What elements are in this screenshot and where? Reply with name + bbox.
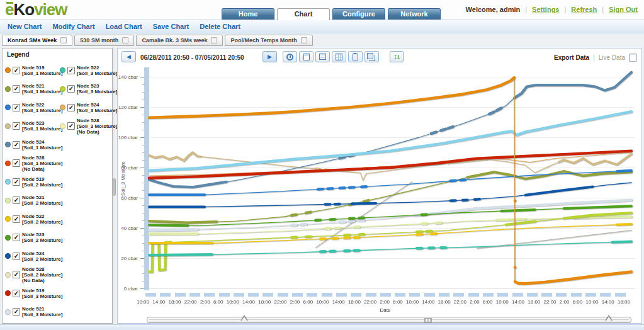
x-tick-label: 14:00 xyxy=(152,299,165,305)
slider-left-handle[interactable] xyxy=(240,315,248,321)
zoom-hour-button[interactable] xyxy=(283,51,297,62)
zoom-year-button[interactable] xyxy=(364,51,379,62)
separator: | xyxy=(564,6,566,13)
export-data-link[interactable]: Export Data xyxy=(554,54,589,61)
zoom-month-button[interactable] xyxy=(332,51,346,62)
autoscale-level: 1 xyxy=(397,55,400,59)
legend-checkbox[interactable]: ✓ xyxy=(13,290,20,297)
legend-item: ✓Node 528[Soil_3 Moisture](No Data) xyxy=(60,117,112,136)
zoom-month-icon xyxy=(336,54,342,60)
chart-tab[interactable]: Camalie Bk. 3 SMs week xyxy=(136,35,223,46)
chart-tab-label: Pool/Mech Temps Month xyxy=(230,37,297,43)
legend-color-dot xyxy=(60,105,65,110)
zoom-week-button[interactable] xyxy=(315,51,330,62)
chart-tab[interactable]: Pool/Mech Temps Month xyxy=(225,35,312,46)
user-link-settings[interactable]: Settings xyxy=(532,6,559,13)
x-tick-label: 2:00 xyxy=(560,299,570,305)
legend-item-label: Node 528[Soil_1 Moisture](No Data) xyxy=(22,155,62,172)
chart-tab-close-icon[interactable] xyxy=(60,37,67,43)
live-data-checkbox[interactable] xyxy=(629,54,637,62)
x-tick-label: 6:00 xyxy=(213,299,223,305)
logo-letters-view: view xyxy=(34,0,67,19)
legend-item: ✓Node 521[Soil_2 Moisture] xyxy=(5,191,59,210)
y-tick-label: 140 cbar xyxy=(118,74,138,80)
logo-letter-e: e xyxy=(5,0,13,19)
legend-color-dot xyxy=(5,290,11,296)
legend-item-label: Node 519[Soil_3 Moisture] xyxy=(22,288,62,299)
tab-network[interactable]: Network xyxy=(388,8,441,20)
delete-chart-link[interactable]: Delete Chart xyxy=(200,23,240,30)
tab-chart[interactable]: Chart xyxy=(277,8,330,20)
legend-color-dot xyxy=(60,67,65,73)
save-chart-link[interactable]: Save Chart xyxy=(153,23,189,30)
legend-checkbox[interactable]: ✓ xyxy=(13,271,20,278)
chart-plot-area[interactable] xyxy=(140,66,635,294)
legend-item: ✓Node 524[Soil_2 Moisture] xyxy=(5,247,59,266)
separator: | xyxy=(525,6,527,13)
legend-item-label: Node 528[Soil_3 Moisture](No Data) xyxy=(77,118,117,135)
tab-configure[interactable]: Configure xyxy=(332,8,385,20)
legend-checkbox[interactable]: ✓ xyxy=(67,104,75,111)
legend-color-dot xyxy=(5,253,11,259)
x-tick-label: 22:00 xyxy=(544,299,556,305)
legend-column-left: ✓Node 519[Soil_1 Moisture]✓Node 521[Soil… xyxy=(5,61,59,321)
slider-grip-handle[interactable] xyxy=(424,318,432,322)
zoom-quarter-button[interactable] xyxy=(348,51,363,62)
x-tick-label: 2:00 xyxy=(200,299,210,305)
logo-letters-ko: Ko xyxy=(13,0,34,19)
user-link-refresh[interactable]: Refresh xyxy=(571,6,597,13)
x-tick-label: 2:00 xyxy=(380,299,390,305)
y-tick-label: 40 cbar xyxy=(121,225,138,231)
legend-checkbox[interactable]: ✓ xyxy=(67,85,75,93)
legend-checkbox[interactable]: ✓ xyxy=(67,67,75,74)
x-tick-label: 14:00 xyxy=(512,299,524,305)
legend-item: ✓Node 523[Soil_3 Moisture] xyxy=(60,80,112,99)
legend-checkbox[interactable]: ✓ xyxy=(13,122,20,130)
zoom-day-icon xyxy=(303,54,310,60)
legend-checkbox[interactable]: ✓ xyxy=(13,253,20,260)
chart-tab-close-icon[interactable] xyxy=(122,37,128,43)
legend-checkbox[interactable]: ✓ xyxy=(13,159,20,167)
legend-scrollbar-handle[interactable] xyxy=(113,178,116,196)
x-tick-label: 6:00 xyxy=(483,299,493,305)
main-nav-tabs: HomeChartConfigureNetwork xyxy=(222,8,441,20)
legend-checkbox[interactable]: ✓ xyxy=(13,215,20,223)
separator: | xyxy=(602,6,604,13)
legend-checkbox[interactable]: ✓ xyxy=(13,104,20,111)
legend-color-dot xyxy=(5,86,11,92)
x-tick-label: 18:00 xyxy=(528,299,540,305)
x-axis-labels: 10:0014:0018:0022:002:006:0010:0014:0018… xyxy=(137,299,630,305)
zoom-day-button[interactable] xyxy=(299,51,314,62)
chart-tab-close-icon[interactable] xyxy=(211,37,217,43)
chevron-right-icon: ▶ xyxy=(268,54,272,60)
x-tick-label: 14:00 xyxy=(422,299,434,305)
chart-tab-close-icon[interactable] xyxy=(301,37,307,43)
legend-checkbox[interactable]: ✓ xyxy=(13,67,20,74)
legend-checkbox[interactable]: ✓ xyxy=(13,141,20,149)
chart-actions-toolbar: New ChartModify ChartLoad ChartSave Char… xyxy=(0,20,644,33)
legend-checkbox[interactable]: ✓ xyxy=(13,308,20,316)
y-tick-label: 120 cbar xyxy=(118,105,138,110)
legend-checkbox[interactable]: ✓ xyxy=(13,178,20,186)
slider-right-handle[interactable] xyxy=(605,315,613,321)
modify-chart-link[interactable]: Modify Chart xyxy=(52,23,94,30)
legend-checkbox[interactable]: ✓ xyxy=(13,196,20,204)
x-tick-label: 22:00 xyxy=(454,299,466,305)
x-axis-title: Date xyxy=(142,307,629,313)
legend-checkbox[interactable]: ✓ xyxy=(13,234,20,241)
next-period-button[interactable]: ▶ xyxy=(263,51,277,62)
autoscale-button[interactable]: ↕1 xyxy=(390,51,404,62)
y-axis-title: Soil_3 Moisture xyxy=(120,157,126,201)
tab-home[interactable]: Home xyxy=(222,8,274,20)
chart-tab[interactable]: 530 SM month xyxy=(74,35,134,46)
user-link-sign-out[interactable]: Sign Out xyxy=(609,6,638,13)
chart-tab[interactable]: Konrad SMs Week xyxy=(2,35,72,46)
legend-item-label: Node 522[Soil_2 Moisture] xyxy=(22,213,62,225)
load-chart-link[interactable]: Load Chart xyxy=(106,23,142,30)
time-range-slider-track[interactable] xyxy=(147,317,631,323)
x-tick-label: 18:00 xyxy=(169,299,181,305)
legend-checkbox[interactable]: ✓ xyxy=(67,122,75,130)
new-chart-link[interactable]: New Chart xyxy=(8,23,42,30)
legend-checkbox[interactable]: ✓ xyxy=(13,85,20,93)
legend-item-label: Node 521[Soil_2 Moisture] xyxy=(22,195,62,206)
